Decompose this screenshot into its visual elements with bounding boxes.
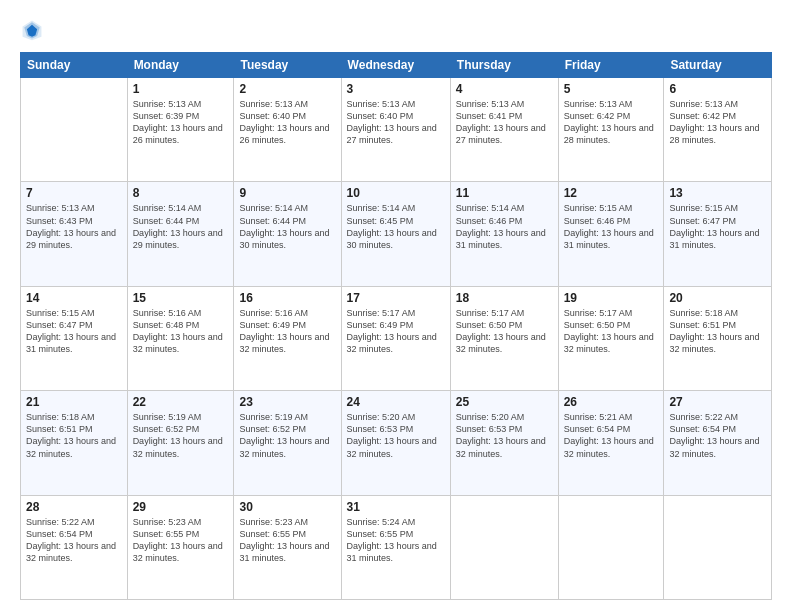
header-area xyxy=(20,18,772,42)
day-info: Sunrise: 5:13 AMSunset: 6:39 PMDaylight:… xyxy=(133,98,229,147)
day-info: Sunrise: 5:14 AMSunset: 6:44 PMDaylight:… xyxy=(239,202,335,251)
day-info: Sunrise: 5:15 AMSunset: 6:46 PMDaylight:… xyxy=(564,202,659,251)
calendar-week-1: 1Sunrise: 5:13 AMSunset: 6:39 PMDaylight… xyxy=(21,78,772,182)
day-number: 12 xyxy=(564,186,659,200)
day-header-monday: Monday xyxy=(127,53,234,78)
day-number: 7 xyxy=(26,186,122,200)
day-number: 22 xyxy=(133,395,229,409)
calendar-cell xyxy=(664,495,772,599)
calendar-cell: 9Sunrise: 5:14 AMSunset: 6:44 PMDaylight… xyxy=(234,182,341,286)
calendar-cell: 30Sunrise: 5:23 AMSunset: 6:55 PMDayligh… xyxy=(234,495,341,599)
day-info: Sunrise: 5:16 AMSunset: 6:48 PMDaylight:… xyxy=(133,307,229,356)
calendar-cell: 20Sunrise: 5:18 AMSunset: 6:51 PMDayligh… xyxy=(664,286,772,390)
calendar-cell: 11Sunrise: 5:14 AMSunset: 6:46 PMDayligh… xyxy=(450,182,558,286)
day-info: Sunrise: 5:14 AMSunset: 6:44 PMDaylight:… xyxy=(133,202,229,251)
calendar-cell: 29Sunrise: 5:23 AMSunset: 6:55 PMDayligh… xyxy=(127,495,234,599)
day-info: Sunrise: 5:13 AMSunset: 6:42 PMDaylight:… xyxy=(564,98,659,147)
day-header-sunday: Sunday xyxy=(21,53,128,78)
day-number: 19 xyxy=(564,291,659,305)
day-number: 27 xyxy=(669,395,766,409)
calendar-cell: 13Sunrise: 5:15 AMSunset: 6:47 PMDayligh… xyxy=(664,182,772,286)
logo xyxy=(20,18,48,42)
calendar-cell xyxy=(450,495,558,599)
day-number: 10 xyxy=(347,186,445,200)
day-header-wednesday: Wednesday xyxy=(341,53,450,78)
day-number: 14 xyxy=(26,291,122,305)
calendar-cell: 3Sunrise: 5:13 AMSunset: 6:40 PMDaylight… xyxy=(341,78,450,182)
day-header-thursday: Thursday xyxy=(450,53,558,78)
day-number: 20 xyxy=(669,291,766,305)
day-number: 29 xyxy=(133,500,229,514)
calendar-cell: 5Sunrise: 5:13 AMSunset: 6:42 PMDaylight… xyxy=(558,78,664,182)
day-info: Sunrise: 5:15 AMSunset: 6:47 PMDaylight:… xyxy=(26,307,122,356)
day-number: 15 xyxy=(133,291,229,305)
calendar-cell: 17Sunrise: 5:17 AMSunset: 6:49 PMDayligh… xyxy=(341,286,450,390)
calendar-cell: 2Sunrise: 5:13 AMSunset: 6:40 PMDaylight… xyxy=(234,78,341,182)
calendar-table: SundayMondayTuesdayWednesdayThursdayFrid… xyxy=(20,52,772,600)
day-number: 8 xyxy=(133,186,229,200)
day-number: 30 xyxy=(239,500,335,514)
day-info: Sunrise: 5:17 AMSunset: 6:50 PMDaylight:… xyxy=(456,307,553,356)
calendar-cell: 22Sunrise: 5:19 AMSunset: 6:52 PMDayligh… xyxy=(127,391,234,495)
day-number: 2 xyxy=(239,82,335,96)
day-info: Sunrise: 5:19 AMSunset: 6:52 PMDaylight:… xyxy=(239,411,335,460)
calendar-cell: 21Sunrise: 5:18 AMSunset: 6:51 PMDayligh… xyxy=(21,391,128,495)
calendar-cell: 1Sunrise: 5:13 AMSunset: 6:39 PMDaylight… xyxy=(127,78,234,182)
calendar-cell: 14Sunrise: 5:15 AMSunset: 6:47 PMDayligh… xyxy=(21,286,128,390)
calendar-cell xyxy=(558,495,664,599)
calendar-cell: 15Sunrise: 5:16 AMSunset: 6:48 PMDayligh… xyxy=(127,286,234,390)
day-number: 16 xyxy=(239,291,335,305)
day-number: 1 xyxy=(133,82,229,96)
calendar-cell: 28Sunrise: 5:22 AMSunset: 6:54 PMDayligh… xyxy=(21,495,128,599)
day-info: Sunrise: 5:24 AMSunset: 6:55 PMDaylight:… xyxy=(347,516,445,565)
calendar-cell: 6Sunrise: 5:13 AMSunset: 6:42 PMDaylight… xyxy=(664,78,772,182)
logo-icon xyxy=(20,18,44,42)
day-info: Sunrise: 5:16 AMSunset: 6:49 PMDaylight:… xyxy=(239,307,335,356)
day-number: 23 xyxy=(239,395,335,409)
calendar-cell: 18Sunrise: 5:17 AMSunset: 6:50 PMDayligh… xyxy=(450,286,558,390)
day-info: Sunrise: 5:20 AMSunset: 6:53 PMDaylight:… xyxy=(347,411,445,460)
day-number: 11 xyxy=(456,186,553,200)
calendar-week-5: 28Sunrise: 5:22 AMSunset: 6:54 PMDayligh… xyxy=(21,495,772,599)
calendar-cell: 8Sunrise: 5:14 AMSunset: 6:44 PMDaylight… xyxy=(127,182,234,286)
day-info: Sunrise: 5:20 AMSunset: 6:53 PMDaylight:… xyxy=(456,411,553,460)
day-info: Sunrise: 5:23 AMSunset: 6:55 PMDaylight:… xyxy=(133,516,229,565)
day-info: Sunrise: 5:22 AMSunset: 6:54 PMDaylight:… xyxy=(669,411,766,460)
day-info: Sunrise: 5:14 AMSunset: 6:45 PMDaylight:… xyxy=(347,202,445,251)
calendar-cell: 10Sunrise: 5:14 AMSunset: 6:45 PMDayligh… xyxy=(341,182,450,286)
calendar-cell: 4Sunrise: 5:13 AMSunset: 6:41 PMDaylight… xyxy=(450,78,558,182)
calendar-cell: 25Sunrise: 5:20 AMSunset: 6:53 PMDayligh… xyxy=(450,391,558,495)
day-number: 28 xyxy=(26,500,122,514)
day-info: Sunrise: 5:13 AMSunset: 6:41 PMDaylight:… xyxy=(456,98,553,147)
day-number: 4 xyxy=(456,82,553,96)
day-number: 3 xyxy=(347,82,445,96)
calendar-cell: 19Sunrise: 5:17 AMSunset: 6:50 PMDayligh… xyxy=(558,286,664,390)
day-info: Sunrise: 5:22 AMSunset: 6:54 PMDaylight:… xyxy=(26,516,122,565)
day-header-tuesday: Tuesday xyxy=(234,53,341,78)
calendar-cell: 31Sunrise: 5:24 AMSunset: 6:55 PMDayligh… xyxy=(341,495,450,599)
day-header-friday: Friday xyxy=(558,53,664,78)
day-info: Sunrise: 5:17 AMSunset: 6:49 PMDaylight:… xyxy=(347,307,445,356)
day-number: 9 xyxy=(239,186,335,200)
day-number: 5 xyxy=(564,82,659,96)
day-number: 26 xyxy=(564,395,659,409)
calendar-cell: 12Sunrise: 5:15 AMSunset: 6:46 PMDayligh… xyxy=(558,182,664,286)
calendar-page: SundayMondayTuesdayWednesdayThursdayFrid… xyxy=(0,0,792,612)
calendar-week-2: 7Sunrise: 5:13 AMSunset: 6:43 PMDaylight… xyxy=(21,182,772,286)
calendar-cell: 7Sunrise: 5:13 AMSunset: 6:43 PMDaylight… xyxy=(21,182,128,286)
calendar-header-row: SundayMondayTuesdayWednesdayThursdayFrid… xyxy=(21,53,772,78)
day-info: Sunrise: 5:15 AMSunset: 6:47 PMDaylight:… xyxy=(669,202,766,251)
calendar-cell: 23Sunrise: 5:19 AMSunset: 6:52 PMDayligh… xyxy=(234,391,341,495)
day-info: Sunrise: 5:21 AMSunset: 6:54 PMDaylight:… xyxy=(564,411,659,460)
day-info: Sunrise: 5:18 AMSunset: 6:51 PMDaylight:… xyxy=(669,307,766,356)
calendar-cell: 16Sunrise: 5:16 AMSunset: 6:49 PMDayligh… xyxy=(234,286,341,390)
day-info: Sunrise: 5:17 AMSunset: 6:50 PMDaylight:… xyxy=(564,307,659,356)
calendar-cell: 26Sunrise: 5:21 AMSunset: 6:54 PMDayligh… xyxy=(558,391,664,495)
day-info: Sunrise: 5:18 AMSunset: 6:51 PMDaylight:… xyxy=(26,411,122,460)
day-info: Sunrise: 5:13 AMSunset: 6:40 PMDaylight:… xyxy=(239,98,335,147)
calendar-cell: 24Sunrise: 5:20 AMSunset: 6:53 PMDayligh… xyxy=(341,391,450,495)
day-number: 18 xyxy=(456,291,553,305)
day-header-saturday: Saturday xyxy=(664,53,772,78)
day-info: Sunrise: 5:13 AMSunset: 6:40 PMDaylight:… xyxy=(347,98,445,147)
calendar-cell: 27Sunrise: 5:22 AMSunset: 6:54 PMDayligh… xyxy=(664,391,772,495)
